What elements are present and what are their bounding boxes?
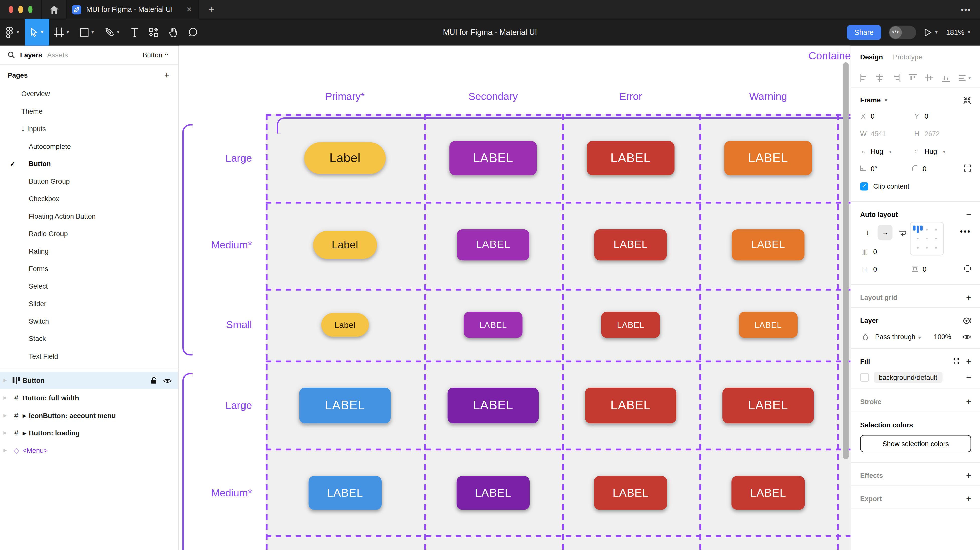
direction-vertical-button[interactable]: ↓ xyxy=(860,225,875,240)
share-button[interactable]: Share xyxy=(847,25,881,40)
variant-button[interactable]: LABEL xyxy=(732,229,805,261)
add-effect-button[interactable]: + xyxy=(966,471,971,480)
dev-mode-toggle[interactable]: </> xyxy=(889,25,916,39)
item-spacing-field[interactable]: ]|[ 0 xyxy=(860,248,914,256)
align-right-icon[interactable] xyxy=(892,73,900,81)
chevron-right-icon[interactable]: ▶ xyxy=(0,378,10,383)
width-field[interactable]: W 4541 xyxy=(860,130,914,138)
unlock-icon[interactable] xyxy=(151,377,157,384)
new-tab-button[interactable]: + xyxy=(199,0,224,19)
home-button[interactable] xyxy=(41,0,66,19)
file-tab[interactable]: MUI for Figma - Material UI ✕ xyxy=(66,0,199,19)
x-position-field[interactable]: X 0 xyxy=(860,113,914,120)
visibility-eye-icon[interactable] xyxy=(963,334,971,340)
tab-close-icon[interactable]: ✕ xyxy=(185,5,193,13)
variant-button[interactable]: LABEL xyxy=(732,476,805,510)
variant-button[interactable]: LABEL xyxy=(447,388,539,423)
remove-auto-layout-button[interactable]: − xyxy=(966,209,971,219)
frame-section-header[interactable]: Frame ▼ xyxy=(860,92,971,107)
page-item-rating[interactable]: Rating xyxy=(0,242,178,260)
present-button[interactable]: ▼ xyxy=(924,28,939,37)
resources-tool-button[interactable] xyxy=(143,19,164,46)
variant-button[interactable]: LABEL xyxy=(587,141,675,175)
remove-fill-button[interactable]: − xyxy=(966,372,971,382)
rotation-field[interactable]: 0° xyxy=(860,165,912,172)
height-field[interactable]: H 2672 xyxy=(914,130,967,138)
variant-button[interactable]: LABEL xyxy=(594,229,667,261)
page-item-button[interactable]: ✓Button xyxy=(0,155,178,172)
visibility-eye-icon[interactable] xyxy=(163,378,172,383)
align-left-icon[interactable] xyxy=(859,73,867,81)
clip-content-checkbox[interactable]: ✓ xyxy=(860,182,868,190)
add-fill-button[interactable]: + xyxy=(966,356,971,366)
styles-icon[interactable] xyxy=(954,358,960,364)
add-page-button[interactable]: + xyxy=(164,70,169,80)
page-item-slider[interactable]: Slider xyxy=(0,295,178,312)
chevron-right-icon[interactable]: ▶ xyxy=(0,448,10,453)
page-item-button-group[interactable]: Button Group xyxy=(0,172,178,190)
align-bottom-icon[interactable] xyxy=(942,73,950,81)
minimize-window-button[interactable] xyxy=(18,6,23,13)
tab-design[interactable]: Design xyxy=(860,53,883,61)
variant-button[interactable]: LABEL xyxy=(449,141,537,175)
layer-item-button[interactable]: ▶Button xyxy=(0,372,178,389)
show-selection-colors-button[interactable]: Show selection colors xyxy=(860,435,971,452)
direction-wrap-button[interactable] xyxy=(895,225,910,240)
align-top-icon[interactable] xyxy=(909,73,917,81)
canvas-vertical-scrollbar[interactable] xyxy=(843,62,849,459)
layer-item-button-loading[interactable]: ▶#▶Button: loading xyxy=(0,424,178,442)
page-item-theme[interactable]: Theme xyxy=(0,102,178,120)
add-stroke-button[interactable]: + xyxy=(966,397,971,407)
component-selector[interactable]: Button ^ xyxy=(143,51,168,59)
variant-button[interactable]: LABEL xyxy=(464,312,522,338)
variant-button[interactable]: LABEL xyxy=(722,388,814,423)
vertical-resizing-select[interactable]: ›‹ Hug ▼ xyxy=(914,148,967,155)
page-item-radio-group[interactable]: Radio Group xyxy=(0,225,178,242)
move-tool-button[interactable]: ▼ xyxy=(25,19,49,46)
chevron-right-icon[interactable]: ▶ xyxy=(0,413,10,418)
clip-content-row[interactable]: ✓ Clip content xyxy=(860,177,971,195)
page-item-overview[interactable]: Overview xyxy=(0,85,178,103)
page-item-forms[interactable]: Forms xyxy=(0,260,178,278)
add-layout-grid-button[interactable]: + xyxy=(966,292,971,302)
page-item-stack[interactable]: Stack xyxy=(0,330,178,348)
tab-assets[interactable]: Assets xyxy=(47,51,68,59)
page-item-checkbox[interactable]: Checkbox xyxy=(0,190,178,208)
chevron-right-icon[interactable]: ▶ xyxy=(0,396,10,401)
blend-mode-icon[interactable] xyxy=(963,316,971,324)
variant-button[interactable]: LABEL xyxy=(457,229,530,261)
y-position-field[interactable]: Y 0 xyxy=(914,113,967,120)
shape-tool-button[interactable]: ▼ xyxy=(75,19,100,46)
hand-tool-button[interactable] xyxy=(164,19,183,46)
page-item-text-field[interactable]: Text Field xyxy=(0,347,178,365)
collapse-icon[interactable] xyxy=(963,96,971,104)
variant-button[interactable]: LABEL xyxy=(585,388,676,423)
zoom-menu[interactable]: 181% ▼ xyxy=(946,29,971,36)
variant-button[interactable]: LABEL xyxy=(739,312,797,338)
layer-item-iconbutton-account-menu[interactable]: ▶#▶IconButton: account menu xyxy=(0,407,178,424)
layer-item--menu-[interactable]: ▶◇<Menu> xyxy=(0,442,178,459)
pen-tool-button[interactable]: ▼ xyxy=(100,19,126,46)
window-overflow-menu[interactable]: ••• xyxy=(961,0,980,19)
independent-padding-button[interactable] xyxy=(964,265,971,274)
variant-button[interactable]: LABEL xyxy=(309,476,382,510)
tab-prototype[interactable]: Prototype xyxy=(893,53,922,61)
component-set-title[interactable]: Contained xyxy=(808,50,851,62)
main-menu-button[interactable]: ▼ xyxy=(0,19,25,46)
variant-button[interactable]: LABEL xyxy=(601,312,660,338)
layer-item-button-full-width[interactable]: ▶#Button: full width xyxy=(0,389,178,407)
close-window-button[interactable] xyxy=(9,6,13,13)
add-export-button[interactable]: + xyxy=(966,494,971,504)
direction-horizontal-button[interactable]: → xyxy=(878,225,892,240)
tab-layers[interactable]: Layers xyxy=(20,51,42,59)
page-item-inputs[interactable]: ↓Inputs xyxy=(0,120,178,138)
page-item-floating-action-button[interactable]: Floating Action Button xyxy=(0,208,178,225)
layer-opacity-field[interactable]: 100% xyxy=(934,333,951,340)
horizontal-padding-field[interactable]: |▫| 0 xyxy=(860,265,912,273)
zoom-window-button[interactable] xyxy=(28,6,32,13)
canvas[interactable]: Contained Primary*SecondaryErrorWarning … xyxy=(179,46,851,550)
variant-button[interactable]: LABEL xyxy=(299,388,391,423)
align-vertical-center-icon[interactable] xyxy=(925,73,933,81)
fill-style-chip[interactable]: background/default xyxy=(874,372,942,383)
frame-tool-button[interactable]: ▼ xyxy=(49,19,75,46)
